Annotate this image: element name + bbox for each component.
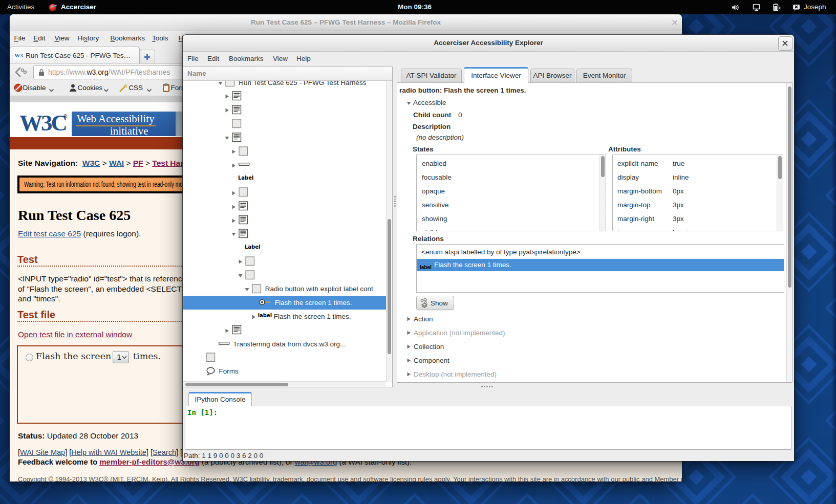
tree-row-flash-the-screen-1[interactable]: labelFlash the screen 1 times. <box>183 310 386 323</box>
ac-menu-bookmarks[interactable]: Bookmarks <box>229 51 264 67</box>
ac-menu-edit[interactable]: Edit <box>207 51 219 67</box>
tab-event-monitor[interactable]: Event Monitor <box>576 69 632 83</box>
open-test-file-link[interactable]: Open test file in external window <box>18 330 132 339</box>
tab-interface-viewer[interactable]: Interface Viewer <box>464 67 528 84</box>
ac-menu-file[interactable]: File <box>187 51 199 67</box>
firefox-active-tab[interactable]: W3 Run Test Case 625 - PFWG Tes… <box>10 47 140 64</box>
ff-menu-file[interactable]: File <box>14 31 26 46</box>
state-item[interactable]: enabled <box>417 157 606 170</box>
tree-row[interactable]: Label <box>183 240 386 254</box>
state-item[interactable]: opaque <box>417 184 606 198</box>
relation-target-row[interactable]: labelFlash the screen 1 times. <box>417 259 784 271</box>
clock[interactable]: Mon 09:36 <box>398 0 432 14</box>
expander-closed[interactable] <box>229 147 238 156</box>
expander-open[interactable] <box>236 271 245 279</box>
breadcrumb-link-wai[interactable]: WAI <box>109 159 124 167</box>
attributes-scrollbar[interactable] <box>777 155 783 231</box>
tree-row[interactable] <box>183 227 386 240</box>
tree-row[interactable] <box>183 254 386 268</box>
edit-test-link[interactable]: Edit test case 625 <box>18 229 81 238</box>
focused-app-name[interactable]: Accerciser <box>61 0 96 14</box>
tree-row[interactable] <box>183 103 386 117</box>
tree-row[interactable] <box>183 130 386 144</box>
attribute-item[interactable]: explicit-nametrue <box>613 157 783 170</box>
ff-menu-view[interactable]: View <box>54 31 69 46</box>
tree-row-radio-button-with-[interactable]: Radio button with explicit label cont <box>183 282 386 296</box>
expander-closed[interactable] <box>223 92 231 100</box>
tree-row-transferring-data-[interactable]: Transferring data from dvcs.w3.org... <box>183 337 386 351</box>
pane-splitter-handle[interactable] <box>393 196 397 216</box>
ac-menu-help[interactable]: Help <box>296 51 311 67</box>
flash-radio-button[interactable] <box>26 354 33 361</box>
show-button[interactable]: Show <box>416 296 454 310</box>
states-scrollbar[interactable] <box>599 155 606 231</box>
attribute-item[interactable]: margin-top3px <box>613 198 783 212</box>
state-item[interactable]: focusable <box>417 170 606 184</box>
expander-closed[interactable] <box>249 312 258 321</box>
footer-link-search[interactable]: Search <box>153 448 176 456</box>
ff-menu-edit[interactable]: Edit <box>33 31 45 46</box>
tree-row[interactable] <box>183 89 386 103</box>
attribute-item[interactable]: margin-right3px <box>613 212 783 226</box>
tree-row[interactable] <box>183 268 386 282</box>
tree-row[interactable] <box>183 200 386 213</box>
attribute-item[interactable]: margin-bottom0px <box>613 184 783 198</box>
activities-button[interactable]: Activities <box>7 0 34 14</box>
tree-row[interactable] <box>183 186 386 200</box>
expander-closed[interactable] <box>229 161 238 169</box>
tab-at-spi-validator[interactable]: AT-SPI Validator <box>401 69 462 83</box>
tree-row[interactable] <box>183 144 386 158</box>
expander-open[interactable] <box>229 229 238 238</box>
battery-icon[interactable] <box>772 3 781 12</box>
breadcrumb-link-w3c[interactable]: W3C <box>82 159 100 167</box>
footer-link-wai-site-map[interactable]: WAI Site Map <box>20 448 65 456</box>
console-splitter-handle[interactable] <box>481 385 496 388</box>
state-item[interactable]: sensitive <box>417 198 606 212</box>
accessible-section-label[interactable]: Accessible <box>413 99 446 107</box>
expander-open[interactable] <box>223 133 231 142</box>
tree-column-header[interactable]: Name <box>183 67 392 81</box>
new-tab-button[interactable] <box>140 50 155 64</box>
accessible-expander-icon[interactable] <box>406 100 412 106</box>
volume-icon[interactable] <box>731 3 740 12</box>
ff-menu-bookmarks[interactable]: Bookmarks <box>111 31 145 46</box>
ff-menu-tools[interactable]: Tools <box>152 31 168 46</box>
tree-hscroll-thumb[interactable] <box>185 383 288 386</box>
tree-row-forms[interactable]: Forms <box>183 364 386 378</box>
expander-open[interactable] <box>216 81 225 87</box>
expander-closed[interactable] <box>229 188 238 197</box>
tree-horizontal-scrollbar[interactable] <box>183 381 386 387</box>
tree-row[interactable] <box>183 351 386 365</box>
tree-row[interactable] <box>183 323 386 337</box>
firefox-titlebar[interactable]: Run Test Case 625 – PFWG Test Harness – … <box>10 14 682 31</box>
attributes-scroll-thumb[interactable] <box>778 156 782 179</box>
tree-row[interactable]: Label <box>183 172 386 186</box>
user-menu[interactable]: Joseph <box>804 0 826 14</box>
ff-menu-history[interactable]: History <box>77 31 99 46</box>
expander-closed[interactable] <box>229 216 238 225</box>
panel-vertical-scrollbar[interactable] <box>786 83 792 382</box>
tab-ipython-console[interactable]: IPython Console <box>188 392 252 406</box>
tree-row[interactable] <box>183 158 386 172</box>
relation-enum-row[interactable]: <enum atspi labelled by of type pyatspir… <box>417 245 784 259</box>
states-scroll-thumb[interactable] <box>601 156 605 177</box>
breadcrumb-link-pf[interactable]: PF <box>133 159 143 167</box>
expander-closed[interactable] <box>229 202 238 211</box>
ac-menu-view[interactable]: View <box>273 51 288 67</box>
accerciser-titlebar[interactable]: Accerciser Accessibility Explorer <box>183 35 794 52</box>
tree-row[interactable] <box>183 213 386 227</box>
state-item[interactable]: visible <box>417 226 606 232</box>
attribute-item[interactable]: displayinline <box>613 170 783 184</box>
firefox-close-icon[interactable] <box>671 18 679 27</box>
display-icon[interactable] <box>752 3 761 12</box>
ipython-console[interactable]: In [1]: <box>185 406 791 450</box>
tree-row-flash-the-screen-1[interactable]: Flash the screen 1 times. <box>183 296 386 310</box>
panel-vscroll-thumb[interactable] <box>788 86 791 288</box>
tab-api-browser[interactable]: API Browser <box>530 69 574 83</box>
expander-open[interactable] <box>243 284 251 293</box>
expander-closed[interactable] <box>223 105 231 114</box>
w3c-logo[interactable]: W3C ® <box>17 112 72 136</box>
expander-closed[interactable] <box>223 326 231 335</box>
tree-vscroll-thumb[interactable] <box>388 219 391 354</box>
tree-row-run-test-case-625-[interactable]: Run Test Case 625 - PFWG Test Harness <box>183 81 386 90</box>
